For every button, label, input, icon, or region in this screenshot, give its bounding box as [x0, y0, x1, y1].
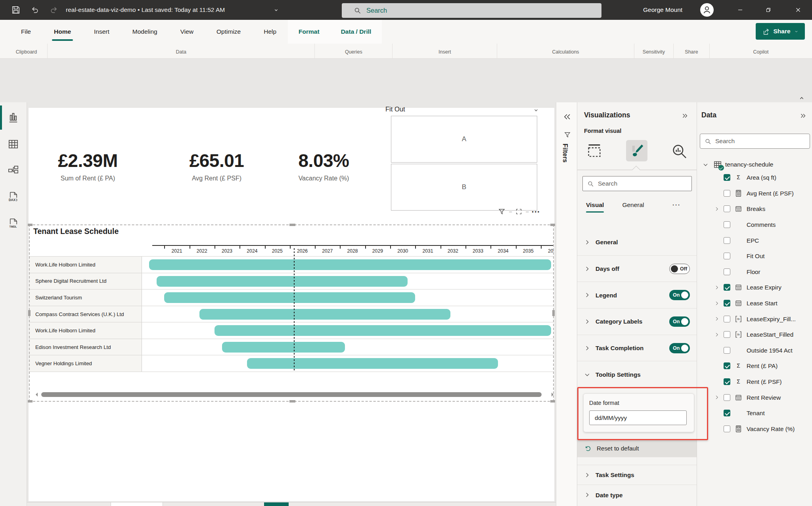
scroll-right-arrow[interactable]	[552, 393, 553, 397]
field-row[interactable]: Comments	[697, 217, 812, 233]
field-row[interactable]: EPC	[697, 232, 812, 248]
ribbon-collapse-button[interactable]	[799, 94, 806, 101]
field-checkbox[interactable]	[724, 284, 730, 291]
format-visual-icon-selected[interactable]	[626, 140, 647, 161]
menu-tab[interactable]: Help	[252, 20, 288, 44]
field-row[interactable]: Lease Expiry	[697, 280, 812, 295]
field-checkbox[interactable]	[724, 331, 730, 338]
expand-chevron-icon[interactable]	[714, 332, 719, 337]
global-search-input[interactable]	[366, 7, 525, 14]
chevron-down-icon[interactable]	[703, 162, 708, 167]
format-search[interactable]	[582, 176, 692, 191]
field-row[interactable]: Lease Start	[697, 295, 812, 311]
field-row[interactable]: Fit Out	[697, 248, 812, 264]
gantt-row-label[interactable]: Vegner Holdings Limited	[29, 355, 142, 372]
slicer-item[interactable]: B	[391, 164, 537, 211]
gantt-horizontal-scrollbar[interactable]	[36, 392, 553, 398]
gantt-bar[interactable]	[157, 276, 408, 287]
focus-mode-icon[interactable]	[515, 208, 523, 215]
menu-tab[interactable]: File	[10, 20, 42, 44]
build-visual-icon[interactable]	[585, 141, 603, 160]
table-view-button[interactable]	[0, 131, 27, 157]
field-checkbox[interactable]	[724, 205, 730, 212]
kpi-card[interactable]: 8.03% Vacancy Rate (%)	[271, 150, 376, 182]
gantt-row-label[interactable]: Compass Contract Services (U.K.) Ltd	[29, 306, 142, 322]
expand-chevron-icon[interactable]	[714, 207, 719, 211]
format-section-row[interactable]: Date type	[577, 485, 697, 505]
gantt-bar[interactable]	[247, 358, 498, 369]
field-row[interactable]: Vacancy Rate (%)	[697, 421, 812, 437]
global-search[interactable]	[342, 3, 601, 18]
field-checkbox[interactable]	[724, 362, 730, 369]
reset-to-default-button[interactable]: Reset to default	[577, 439, 697, 457]
field-checkbox[interactable]	[724, 253, 730, 259]
dax-query-view-button[interactable]	[0, 184, 27, 211]
menu-tab[interactable]: Home	[42, 20, 82, 44]
menu-tab[interactable]: View	[169, 20, 205, 44]
format-section-row[interactable]: Days off Off	[577, 256, 697, 282]
save-icon[interactable]	[11, 5, 21, 15]
field-row[interactable]: Area (sq ft)	[697, 170, 812, 186]
expand-chevron-icon[interactable]	[714, 285, 719, 290]
gantt-bar[interactable]	[149, 259, 551, 270]
field-checkbox[interactable]	[724, 268, 730, 275]
toggle-switch[interactable]: Off	[669, 264, 690, 274]
field-row[interactable]: Rent (£ PA)	[697, 358, 812, 374]
expand-chevron-icon[interactable]	[714, 301, 719, 306]
filters-pane-label[interactable]: Filters	[561, 144, 569, 163]
toggle-switch[interactable]: On	[669, 290, 690, 300]
gantt-row-label[interactable]: Sphere Digital Recruitment Ltd	[29, 273, 142, 289]
minimize-button[interactable]	[737, 6, 744, 13]
tmdl-view-button[interactable]	[0, 211, 27, 237]
toggle-switch[interactable]: On	[669, 343, 690, 353]
gantt-bar[interactable]	[164, 292, 415, 303]
field-row[interactable]: Floor	[697, 264, 812, 280]
format-section-row[interactable]: Task Completion On	[577, 335, 697, 362]
more-options-icon[interactable]: ···	[672, 201, 681, 208]
toggle-switch[interactable]: On	[669, 316, 690, 327]
title-dropdown-icon[interactable]	[274, 8, 279, 12]
undo-icon[interactable]	[30, 5, 40, 15]
gantt-bar[interactable]	[214, 325, 551, 336]
field-checkbox[interactable]	[724, 190, 730, 197]
field-checkbox[interactable]	[724, 426, 730, 432]
field-row[interactable]: Avg Rent (£ PSF)	[697, 186, 812, 201]
expand-chevron-icon[interactable]	[714, 316, 719, 321]
contextual-menu-tab[interactable]: Format	[288, 20, 330, 44]
field-row[interactable]: LeaseExpiry_Fill...	[697, 311, 812, 327]
close-button[interactable]	[795, 6, 802, 13]
collapse-pane-icon[interactable]	[799, 113, 807, 119]
scroll-left-arrow[interactable]	[36, 393, 38, 397]
contextual-menu-tab[interactable]: Data / Drill	[330, 20, 382, 44]
menu-tab[interactable]: Optimize	[205, 20, 252, 44]
slicer-dropdown-icon[interactable]	[533, 108, 539, 113]
field-row[interactable]: Tenant	[697, 405, 812, 421]
share-button[interactable]: Share	[756, 23, 805, 40]
gantt-row-label[interactable]: Work.Life Holborn Limited	[29, 322, 142, 339]
gantt-row-label[interactable]: Switzerland Tourism	[29, 289, 142, 306]
format-section-row[interactable]: General	[577, 229, 697, 256]
scrollbar-thumb[interactable]	[41, 392, 542, 397]
kpi-card[interactable]: £65.01 Avg Rent (£ PSF)	[164, 150, 269, 182]
expand-pane-icon[interactable]	[563, 113, 571, 121]
restore-button[interactable]	[765, 7, 772, 13]
format-tab[interactable]: General	[622, 201, 644, 213]
format-section-row[interactable]: Tooltip Settings	[577, 361, 697, 388]
page-tab[interactable]	[111, 502, 163, 506]
expand-chevron-icon[interactable]	[714, 395, 719, 400]
collapse-pane-icon[interactable]	[681, 113, 689, 119]
date-format-input[interactable]	[589, 410, 687, 425]
field-checkbox[interactable]	[724, 221, 730, 228]
field-checkbox[interactable]	[724, 316, 730, 322]
format-search-input[interactable]	[598, 180, 669, 187]
kpi-card[interactable]: £2.39M Sum of Rent (£ PA)	[35, 150, 140, 182]
format-tab[interactable]: Visual	[586, 201, 604, 213]
page-tab-accent[interactable]	[264, 502, 289, 506]
data-search-input[interactable]	[715, 138, 787, 145]
filter-icon[interactable]	[498, 207, 506, 216]
menu-tab[interactable]: Modeling	[121, 20, 169, 44]
field-row[interactable]: Breaks	[697, 201, 812, 217]
field-checkbox[interactable]	[724, 410, 730, 416]
format-section-row[interactable]: Task Settings	[577, 465, 697, 485]
model-view-button[interactable]	[0, 157, 27, 184]
